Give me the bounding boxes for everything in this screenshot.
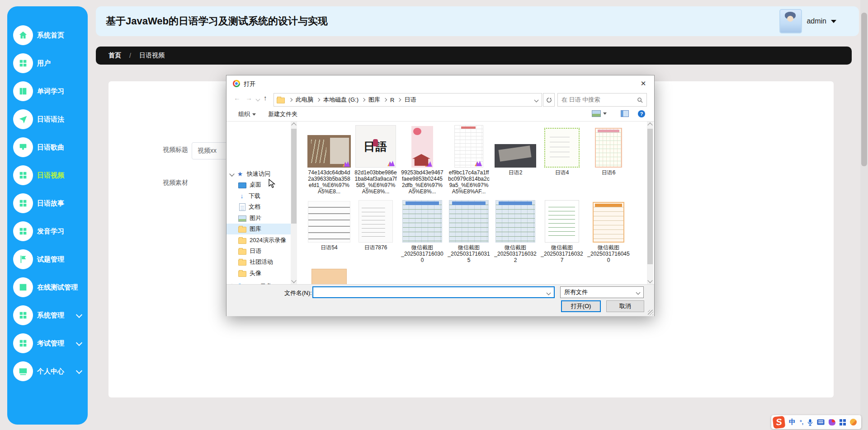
- expander-down-icon[interactable]: [229, 171, 234, 176]
- pictures-icon: [238, 215, 246, 222]
- search-box[interactable]: 在 日语 中搜索: [557, 93, 647, 107]
- tree-item-quick-access[interactable]: ★ 快速访问: [226, 168, 297, 179]
- chevron-down-icon: [636, 290, 641, 295]
- filetype-select[interactable]: 所有文件: [560, 286, 644, 298]
- sidebar-item-videos[interactable]: 日语视频: [7, 161, 88, 189]
- chevron-down-icon: [831, 20, 836, 23]
- breadcrumb-home[interactable]: 首页: [108, 51, 121, 60]
- file-grid: 74e143dc64db4d2a39633b5ba358efd1_%E6%97%…: [299, 122, 645, 284]
- sogou-logo-icon[interactable]: S: [773, 416, 786, 429]
- sidebar-item-home[interactable]: 系统首页: [7, 21, 88, 49]
- address-segment[interactable]: 日语: [402, 96, 418, 104]
- dialog-titlebar[interactable]: 打开 ✕: [226, 75, 654, 92]
- card-icon: [13, 361, 33, 381]
- filename-input[interactable]: [312, 286, 555, 298]
- punctuation-icon[interactable]: °,: [800, 419, 803, 425]
- emoji-icon[interactable]: [850, 419, 857, 425]
- file-item[interactable]: 微信截图_20250317160315: [446, 199, 491, 263]
- file-item[interactable]: 日语2: [493, 124, 538, 176]
- file-item[interactable]: 99253bd43e9467faee9853b024452dfb_%E6%97%…: [400, 124, 445, 195]
- sidebar-item-grammar[interactable]: 日语语法: [7, 105, 88, 133]
- sidebar-item-songs[interactable]: 日语歌曲: [7, 133, 88, 161]
- file-item[interactable]: 微信截图_20250317160300: [400, 199, 445, 263]
- file-item[interactable]: 日语7876: [353, 199, 398, 251]
- file-item[interactable]: 微信截图_20250317160327: [539, 199, 585, 263]
- search-icon: [637, 97, 643, 103]
- close-icon[interactable]: ✕: [638, 79, 649, 89]
- dialog-cancel-button[interactable]: 取消: [606, 300, 644, 312]
- scroll-down-icon[interactable]: [291, 278, 296, 283]
- details-view-button[interactable]: [621, 110, 629, 117]
- address-segment[interactable]: 此电脑: [294, 96, 315, 104]
- file-item[interactable]: 日語 82d1e03bbe986e1ba84af3a9aca7f585_%E6%…: [353, 124, 398, 195]
- filename-label: 文件名(N):: [284, 289, 312, 297]
- file-item[interactable]: 微信截图_20250317160322: [493, 199, 538, 263]
- file-item[interactable]: 74e143dc64db4d2a39633b5ba358efd1_%E6%97%…: [307, 124, 352, 195]
- ime-skin-icon[interactable]: [829, 419, 835, 425]
- address-dropdown-icon[interactable]: [534, 98, 539, 102]
- sidebar-item-pronunciation[interactable]: 发音学习: [7, 217, 88, 245]
- sidebar-item-personal-center[interactable]: 个人中心: [7, 357, 88, 385]
- page-scrollbar[interactable]: [860, 0, 868, 430]
- file-thumbnail: [402, 200, 442, 243]
- sidebar-item-question-mgmt[interactable]: 试题管理: [7, 245, 88, 273]
- scrollbar-thumb[interactable]: [647, 129, 653, 264]
- sidebar-item-stories[interactable]: 日语故事: [7, 189, 88, 217]
- file-item[interactable]: 微信截图_20250317160450: [586, 199, 631, 263]
- forward-icon[interactable]: →: [245, 94, 252, 102]
- tree-item-gallery[interactable]: 图库: [226, 224, 297, 234]
- back-icon[interactable]: ←: [234, 94, 241, 102]
- address-segment[interactable]: R: [388, 97, 396, 103]
- up-icon[interactable]: ↑: [264, 94, 267, 102]
- help-icon: ?: [638, 110, 645, 117]
- tree-item-club-activities[interactable]: 社团活动: [226, 257, 297, 267]
- sidebar-item-system-mgmt[interactable]: 系统管理: [7, 301, 88, 329]
- address-segment[interactable]: 图库: [367, 96, 382, 104]
- keyboard-icon[interactable]: [817, 419, 825, 425]
- tree-item-downloads[interactable]: ↓ 下载: [226, 191, 297, 201]
- file-item[interactable]: 日语54: [307, 199, 352, 251]
- ime-toolbox-icon[interactable]: [840, 419, 846, 425]
- file-item[interactable]: 日语4: [539, 124, 585, 176]
- tree-item-pictures[interactable]: 图片: [226, 213, 297, 224]
- scroll-down-icon[interactable]: [647, 278, 652, 283]
- tree-item-japanese[interactable]: 日语: [226, 246, 297, 257]
- history-chevron-icon[interactable]: [256, 97, 260, 102]
- chevron-down-icon: [76, 340, 82, 346]
- scrollbar-thumb[interactable]: [861, 13, 867, 166]
- dialog-resize-grip[interactable]: [648, 310, 653, 315]
- tree-item-desktop[interactable]: 桌面: [226, 179, 297, 190]
- organize-menu[interactable]: 组织: [238, 110, 256, 118]
- sidebar-item-online-test-mgmt[interactable]: 在线测试管理: [7, 273, 88, 301]
- microphone-icon[interactable]: [807, 419, 813, 426]
- file-thumbnail: [495, 144, 536, 168]
- file-thumbnail: [454, 125, 483, 168]
- scroll-up-icon[interactable]: [291, 122, 296, 127]
- tree-item-documents[interactable]: 文档: [226, 201, 297, 212]
- refresh-button[interactable]: [543, 93, 555, 107]
- new-folder-button[interactable]: 新建文件夹: [268, 110, 297, 118]
- file-thumbnail: [495, 200, 535, 243]
- chevron-down-icon[interactable]: [547, 291, 551, 295]
- tree-item-wps-cloud[interactable]: WPS云盘: [226, 281, 297, 284]
- address-segment[interactable]: 本地磁盘 (G:): [321, 96, 360, 104]
- file-item[interactable]: [307, 269, 352, 284]
- scrollbar-thumb[interactable]: [291, 129, 297, 224]
- tree-item-avatars[interactable]: 头像: [226, 268, 297, 279]
- tree-item-2024-recordings[interactable]: 2024演示录像: [226, 235, 297, 246]
- sidebar-item-exam-mgmt[interactable]: 考试管理: [7, 329, 88, 357]
- file-item[interactable]: 日语6: [586, 124, 631, 176]
- files-scrollbar[interactable]: [647, 122, 653, 284]
- open-button[interactable]: 打开(O): [561, 300, 601, 312]
- user-menu[interactable]: admin: [779, 10, 836, 33]
- sidebar-item-users[interactable]: 用户: [7, 49, 88, 77]
- help-button[interactable]: ?: [638, 110, 645, 117]
- thumbnail-view-button[interactable]: [592, 110, 607, 117]
- file-item[interactable]: ef9bc17c4a7a1ffbc0979c814ba2c9a5_%E6%97%…: [446, 124, 491, 195]
- sidebar-item-word-study[interactable]: 单词学习: [7, 77, 88, 105]
- folder-icon: [238, 249, 246, 255]
- address-bar[interactable]: 此电脑 本地磁盘 (G:) 图库 R 日语: [274, 93, 542, 107]
- scroll-up-icon[interactable]: [647, 122, 652, 127]
- ime-mode-chinese[interactable]: 中: [789, 418, 796, 426]
- tree-scrollbar[interactable]: [291, 122, 297, 284]
